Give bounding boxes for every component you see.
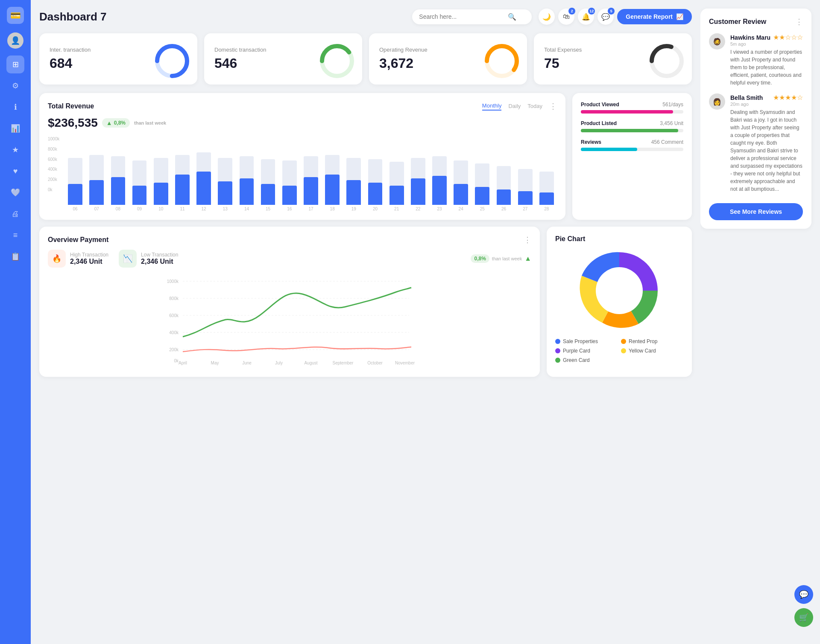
progress-bar-bg-1 bbox=[581, 129, 683, 132]
revenue-sub-label: than last week bbox=[134, 120, 166, 125]
bar-front bbox=[539, 192, 554, 205]
bar-back bbox=[411, 158, 425, 205]
bar-group bbox=[236, 149, 257, 205]
bar-group bbox=[65, 149, 85, 205]
bar-x-label: 08 bbox=[108, 205, 128, 211]
bell-icon[interactable]: 🔔 12 bbox=[578, 9, 594, 25]
bar-x-label: 06 bbox=[65, 205, 85, 211]
sidebar-item-star[interactable]: ★ bbox=[6, 141, 24, 159]
bar-x-label: 26 bbox=[493, 205, 514, 211]
pie-title: Pie Chart bbox=[555, 235, 585, 243]
pie-svg bbox=[577, 248, 662, 333]
bar-x-label: 19 bbox=[343, 205, 364, 211]
revenue-tab-monthly[interactable]: Monthly bbox=[482, 102, 502, 111]
bar-back bbox=[132, 160, 147, 205]
svg-text:April: April bbox=[179, 361, 187, 365]
bar-front bbox=[282, 186, 297, 205]
see-more-button[interactable]: See More Reviews bbox=[709, 203, 803, 220]
review-item-1: 👩 Bella Smith ★★★★☆ 20m ago Dealing with… bbox=[709, 93, 803, 193]
sidebar-item-settings[interactable]: ⚙ bbox=[6, 77, 24, 95]
y-label: 200k bbox=[48, 177, 59, 182]
bar-back bbox=[282, 160, 297, 205]
review-menu[interactable]: ⋮ bbox=[795, 17, 803, 26]
bar-back bbox=[368, 159, 383, 205]
cart-icon[interactable]: 🛍 2 bbox=[558, 9, 574, 25]
star-rating-1: ★★★★☆ bbox=[773, 93, 803, 102]
bar-back bbox=[518, 169, 533, 205]
bar-front bbox=[154, 183, 168, 205]
revenue-tab-daily[interactable]: Daily bbox=[508, 103, 521, 110]
message-icon[interactable]: 💬 5 bbox=[597, 9, 614, 25]
progress-bar-bg-0 bbox=[581, 110, 683, 114]
bar-back bbox=[497, 166, 511, 205]
stat-card-1: Domestic transaction 546 bbox=[204, 33, 362, 85]
bar-group bbox=[86, 149, 107, 205]
svg-text:October: October bbox=[367, 361, 383, 365]
reviewer-time-0: 5m ago bbox=[730, 41, 803, 47]
main-content: Dashboard 7 🔍 🌙 🛍 2 🔔 12 💬 5 Generate Re… bbox=[31, 0, 700, 644]
stat-card-2: Operating Revenue 3,672 bbox=[369, 33, 527, 85]
sidebar-item-print[interactable]: 🖨 bbox=[6, 205, 24, 223]
bar-x-label: 11 bbox=[172, 205, 193, 211]
header-icons: 🌙 🛍 2 🔔 12 💬 5 Generate Report 📈 bbox=[539, 9, 692, 25]
pie-legend-label-2: Purple Card bbox=[563, 348, 590, 354]
pie-legend-label-4: Green Card bbox=[563, 357, 590, 363]
float-btn-0[interactable]: 💬 bbox=[794, 585, 813, 604]
stat-label-2: Operating Revenue bbox=[379, 47, 428, 53]
bar-back bbox=[346, 158, 361, 205]
sidebar-logo[interactable]: 💳 bbox=[7, 7, 24, 24]
bar-front bbox=[368, 183, 383, 205]
pie-legend-item-3: Yellow Card bbox=[621, 348, 683, 354]
pie-dot-1 bbox=[621, 339, 626, 344]
sidebar-item-info[interactable]: ℹ bbox=[6, 98, 24, 116]
sidebar-item-heart[interactable]: ♥ bbox=[6, 162, 24, 180]
sidebar-item-analytics[interactable]: 📊 bbox=[6, 119, 24, 137]
sidebar-item-heart2[interactable]: 🤍 bbox=[6, 184, 24, 201]
bar-group bbox=[108, 149, 128, 205]
revenue-more[interactable]: ⋮ bbox=[549, 102, 557, 111]
svg-text:May: May bbox=[211, 361, 219, 365]
payment-menu[interactable]: ⋮ bbox=[524, 235, 531, 245]
bar-front bbox=[411, 178, 425, 205]
svg-text:July: July bbox=[275, 361, 283, 365]
stat-value-2: 3,672 bbox=[379, 55, 428, 71]
donut-0 bbox=[153, 42, 187, 76]
progress-row-1: Product Listed 3,456 Unit bbox=[581, 120, 683, 126]
search-icon[interactable]: 🔍 bbox=[508, 13, 516, 21]
sidebar-item-dashboard[interactable]: ⊞ bbox=[6, 55, 24, 73]
chart-icon: 📈 bbox=[676, 13, 683, 20]
pie-dot-0 bbox=[555, 339, 560, 344]
stat-label-3: Total Expenses bbox=[544, 47, 582, 53]
search-input[interactable] bbox=[419, 13, 504, 20]
svg-text:600k: 600k bbox=[169, 313, 179, 318]
float-btn-1[interactable]: 🛒 bbox=[794, 608, 813, 627]
pie-legend-label-3: Yellow Card bbox=[629, 348, 656, 354]
revenue-card-header: Total Revenue MonthlyDailyToday⋮ bbox=[48, 102, 557, 111]
bottom-grid: Overview Payment ⋮ 🔥 High Transaction 2,… bbox=[39, 227, 692, 377]
bar-front bbox=[68, 184, 82, 205]
bar-back bbox=[196, 152, 211, 205]
stat-label-1: Domestic transaction bbox=[214, 47, 266, 53]
sidebar-item-doc[interactable]: 📋 bbox=[6, 248, 24, 265]
theme-toggle[interactable]: 🌙 bbox=[539, 9, 555, 25]
bar-x-label: 15 bbox=[258, 205, 278, 211]
sidebar-item-list[interactable]: ≡ bbox=[6, 226, 24, 244]
revenue-tab-today[interactable]: Today bbox=[527, 103, 542, 110]
bar-back bbox=[325, 155, 340, 205]
bar-group bbox=[172, 149, 193, 205]
bar-group bbox=[472, 149, 492, 205]
generate-report-button[interactable]: Generate Report 📈 bbox=[617, 9, 692, 24]
review-item-0: 🧔 Hawkins Maru ★★☆☆☆ 5m ago I viewed a n… bbox=[709, 33, 803, 87]
bar-x-label: 28 bbox=[536, 205, 557, 211]
reviewer-name-1: Bella Smith bbox=[730, 94, 763, 101]
bar-x-label: 16 bbox=[279, 205, 300, 211]
svg-text:June: June bbox=[242, 361, 252, 365]
pie-dot-4 bbox=[555, 358, 560, 363]
svg-text:400k: 400k bbox=[169, 330, 179, 335]
bar-group bbox=[301, 149, 321, 205]
bar-front bbox=[111, 177, 126, 205]
pie-dot-2 bbox=[555, 348, 560, 353]
bar-back bbox=[304, 156, 318, 205]
avatar[interactable]: 👤 bbox=[7, 32, 23, 49]
payment-badge-sub: than last week bbox=[492, 256, 522, 261]
